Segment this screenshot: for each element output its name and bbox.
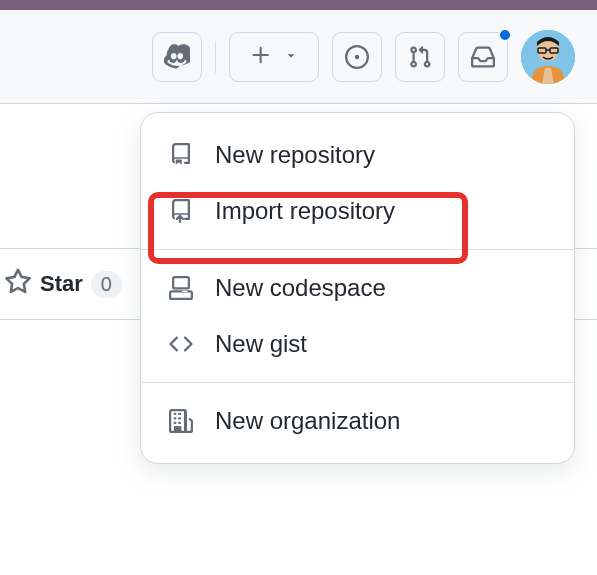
menu-item-new-organization[interactable]: New organization — [141, 393, 574, 449]
issue-icon — [345, 45, 369, 69]
code-icon — [167, 330, 195, 358]
toolbar-divider — [215, 41, 216, 73]
notifications-button[interactable] — [458, 32, 508, 82]
create-new-button[interactable] — [229, 32, 319, 82]
menu-item-new-gist[interactable]: New gist — [141, 316, 574, 372]
inbox-icon — [471, 45, 495, 69]
repo-import-icon — [167, 197, 195, 225]
browser-chrome — [0, 0, 597, 10]
notification-dot — [498, 28, 512, 42]
menu-item-label: New organization — [215, 407, 400, 435]
menu-item-new-codespace[interactable]: New codespace — [141, 260, 574, 316]
copilot-icon — [164, 44, 190, 70]
star-count: 0 — [91, 271, 122, 298]
menu-item-new-repository[interactable]: New repository — [141, 127, 574, 183]
menu-item-label: New codespace — [215, 274, 386, 302]
menu-item-import-repository[interactable]: Import repository — [141, 183, 574, 239]
create-new-menu: New repository Import repository New cod… — [140, 112, 575, 464]
pull-requests-button[interactable] — [395, 32, 445, 82]
menu-separator — [141, 382, 574, 383]
topbar — [0, 10, 597, 104]
codespace-icon — [167, 274, 195, 302]
organization-icon — [167, 407, 195, 435]
plus-icon — [250, 44, 272, 70]
star-label[interactable]: Star — [40, 271, 83, 297]
menu-separator — [141, 249, 574, 250]
pull-request-icon — [408, 45, 432, 69]
issues-button[interactable] — [332, 32, 382, 82]
triangle-down-icon — [284, 48, 298, 66]
repo-icon — [167, 141, 195, 169]
star-icon — [4, 268, 32, 300]
user-avatar[interactable] — [521, 30, 575, 84]
menu-item-label: Import repository — [215, 197, 395, 225]
menu-item-label: New repository — [215, 141, 375, 169]
copilot-button[interactable] — [152, 32, 202, 82]
menu-item-label: New gist — [215, 330, 307, 358]
